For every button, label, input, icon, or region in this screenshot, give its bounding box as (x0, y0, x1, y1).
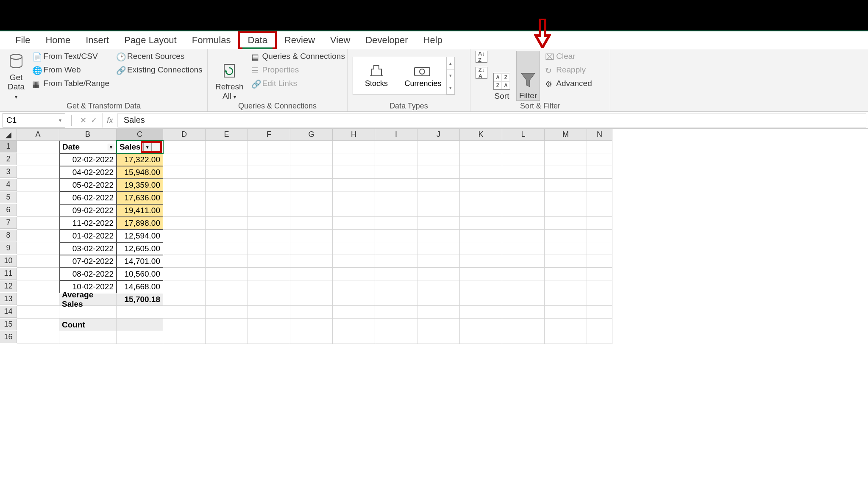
cell-C9[interactable]: 12,605.00 (117, 242, 163, 255)
cell-C7[interactable]: 17,898.00 (117, 217, 163, 230)
tab-page-layout[interactable]: Page Layout (117, 31, 184, 49)
row-1[interactable]: 1 (0, 141, 17, 152)
col-E[interactable]: E (206, 129, 248, 141)
cell-B9[interactable]: 03-02-2022 (59, 242, 117, 255)
reapply-button[interactable]: ↻Reapply (543, 64, 594, 75)
cell-C2[interactable]: 17,322.00 (117, 153, 163, 166)
cell-B6[interactable]: 09-02-2022 (59, 204, 117, 217)
col-C[interactable]: C (117, 129, 163, 141)
row-9[interactable]: 9 (0, 242, 17, 254)
get-data-button[interactable]: Get Data ▾ (5, 51, 27, 101)
cell-C8[interactable]: 12,594.00 (117, 230, 163, 242)
cell-B5[interactable]: 06-02-2022 (59, 191, 117, 204)
row-16[interactable]: 16 (0, 331, 17, 343)
row-13[interactable]: 13 (0, 293, 17, 305)
cell-C5[interactable]: 17,636.00 (117, 191, 163, 204)
queries-connections-button[interactable]: ▤Queries & Connections (250, 51, 347, 62)
col-N[interactable]: N (587, 129, 612, 141)
cell-A1[interactable] (17, 141, 59, 153)
date-filter-dropdown[interactable]: ▼ (107, 143, 115, 151)
tab-file[interactable]: File (8, 31, 38, 49)
refresh-all-button[interactable]: Refresh All ▾ (213, 51, 246, 101)
cell-C12[interactable]: 14,668.00 (117, 280, 163, 293)
tab-insert[interactable]: Insert (78, 31, 117, 49)
recent-sources-button[interactable]: 🕑Recent Sources (114, 51, 204, 62)
row-2[interactable]: 2 (0, 153, 17, 165)
data-types-gallery[interactable]: Stocks Currencies ▴▾▾ (353, 57, 455, 95)
row-11[interactable]: 11 (0, 268, 17, 280)
cell-B8[interactable]: 01-02-2022 (59, 230, 117, 242)
spreadsheet-grid[interactable]: ◢ A B C D E F G H I J K L M N 1 Date ▼ S… (0, 129, 868, 344)
tab-formulas[interactable]: Formulas (184, 31, 239, 49)
tab-help[interactable]: Help (416, 31, 450, 49)
cell-C6[interactable]: 19,411.00 (117, 204, 163, 217)
cell-C4[interactable]: 19,359.00 (117, 179, 163, 191)
row-3[interactable]: 3 (0, 166, 17, 178)
clear-filter-button[interactable]: ⌧Clear (543, 51, 594, 62)
row-4[interactable]: 4 (0, 179, 17, 191)
sort-button[interactable]: AZZA Sort (491, 51, 513, 101)
cell-C15-count-value[interactable] (117, 319, 163, 331)
cancel-formula-icon[interactable]: ✕ (80, 116, 86, 125)
row-10[interactable]: 10 (0, 255, 17, 267)
col-F[interactable]: F (248, 129, 290, 141)
fx-icon[interactable]: fx (103, 116, 117, 125)
tab-review[interactable]: Review (277, 31, 323, 49)
col-K[interactable]: K (460, 129, 502, 141)
edit-links-button[interactable]: 🔗Edit Links (250, 78, 347, 89)
col-A[interactable]: A (17, 129, 59, 141)
row-15[interactable]: 15 (0, 319, 17, 330)
row-14[interactable]: 14 (0, 306, 17, 318)
cell-C13-average-value[interactable]: 15,700.18 (117, 293, 163, 306)
cell-B1-date-header[interactable]: Date ▼ (59, 141, 117, 153)
cell-C11[interactable]: 10,560.00 (117, 268, 163, 280)
name-box[interactable]: C1▾ (3, 113, 65, 128)
cell-B7[interactable]: 11-02-2022 (59, 217, 117, 230)
col-L[interactable]: L (502, 129, 545, 141)
from-text-csv-button[interactable]: 📄From Text/CSV (31, 51, 111, 62)
cell-B13-average-label[interactable]: Average Sales (59, 293, 117, 306)
col-M[interactable]: M (545, 129, 587, 141)
cell-B3[interactable]: 04-02-2022 (59, 166, 117, 179)
row-6[interactable]: 6 (0, 204, 17, 216)
col-G[interactable]: G (290, 129, 333, 141)
stocks-type[interactable]: Stocks (353, 57, 400, 94)
cell-B4[interactable]: 05-02-2022 (59, 179, 117, 191)
tab-home[interactable]: Home (38, 31, 78, 49)
properties-button[interactable]: ☰Properties (250, 64, 347, 75)
cell-B10[interactable]: 07-02-2022 (59, 255, 117, 268)
col-I[interactable]: I (375, 129, 417, 141)
cell-D1[interactable] (163, 141, 206, 153)
formula-bar[interactable]: Sales (117, 113, 866, 128)
cell-B11[interactable]: 08-02-2022 (59, 268, 117, 280)
row-12[interactable]: 12 (0, 280, 17, 292)
sales-filter-dropdown[interactable]: ▼ (141, 141, 162, 153)
cell-C10[interactable]: 14,701.00 (117, 255, 163, 268)
currencies-type[interactable]: Currencies (400, 57, 446, 94)
col-J[interactable]: J (417, 129, 460, 141)
from-web-button[interactable]: 🌐From Web (31, 64, 111, 75)
col-H[interactable]: H (333, 129, 375, 141)
row-5[interactable]: 5 (0, 191, 17, 203)
filter-button[interactable]: Filter (516, 51, 540, 101)
row-8[interactable]: 8 (0, 230, 17, 241)
filter-label: Filter (519, 91, 537, 100)
cell-B15-count-label[interactable]: Count (59, 319, 117, 331)
tab-view[interactable]: View (323, 31, 358, 49)
sort-desc-button[interactable]: Z↓A (476, 67, 487, 79)
gallery-scroll[interactable]: ▴▾▾ (446, 57, 454, 94)
from-table-range-button[interactable]: ▦From Table/Range (31, 78, 111, 89)
col-B[interactable]: B (59, 129, 117, 141)
tab-developer[interactable]: Developer (358, 31, 415, 49)
cell-C1-sales-header[interactable]: Sales ▼ (117, 141, 163, 153)
cell-C3[interactable]: 15,948.00 (117, 166, 163, 179)
sort-asc-button[interactable]: A↓Z (476, 51, 487, 63)
col-D[interactable]: D (163, 129, 206, 141)
row-7[interactable]: 7 (0, 217, 17, 229)
tab-data[interactable]: Data (238, 31, 276, 49)
accept-formula-icon[interactable]: ✓ (91, 116, 97, 125)
cell-B2[interactable]: 02-02-2022 (59, 153, 117, 166)
existing-connections-button[interactable]: 🔗Existing Connections (114, 64, 204, 75)
advanced-filter-button[interactable]: ⚙Advanced (543, 78, 594, 89)
select-all-corner[interactable]: ◢ (0, 129, 17, 141)
